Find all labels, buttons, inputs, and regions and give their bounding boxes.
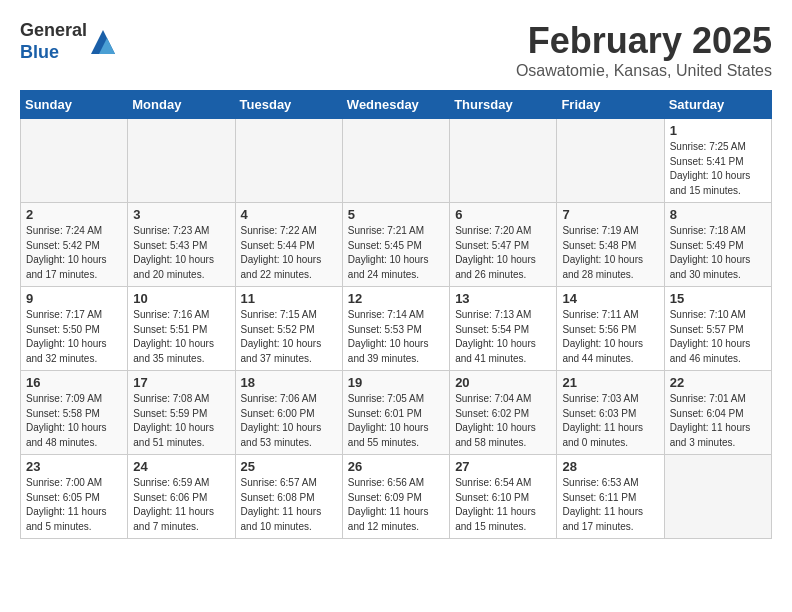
day-info: Sunrise: 7:21 AM Sunset: 5:45 PM Dayligh…: [348, 224, 444, 282]
day-info: Sunrise: 6:54 AM Sunset: 6:10 PM Dayligh…: [455, 476, 551, 534]
calendar-week-4: 23Sunrise: 7:00 AM Sunset: 6:05 PM Dayli…: [21, 455, 772, 539]
logo: General Blue: [20, 20, 119, 63]
day-info: Sunrise: 7:25 AM Sunset: 5:41 PM Dayligh…: [670, 140, 766, 198]
day-info: Sunrise: 7:05 AM Sunset: 6:01 PM Dayligh…: [348, 392, 444, 450]
day-number: 18: [241, 375, 337, 390]
page-header: General Blue February 2025 Osawatomie, K…: [20, 20, 772, 80]
calendar-day: 23Sunrise: 7:00 AM Sunset: 6:05 PM Dayli…: [21, 455, 128, 539]
calendar-table: Sunday Monday Tuesday Wednesday Thursday…: [20, 90, 772, 539]
day-number: 16: [26, 375, 122, 390]
calendar-day: [128, 119, 235, 203]
calendar-day: [557, 119, 664, 203]
day-number: 3: [133, 207, 229, 222]
day-info: Sunrise: 7:20 AM Sunset: 5:47 PM Dayligh…: [455, 224, 551, 282]
col-wednesday: Wednesday: [342, 91, 449, 119]
col-monday: Monday: [128, 91, 235, 119]
day-info: Sunrise: 7:14 AM Sunset: 5:53 PM Dayligh…: [348, 308, 444, 366]
calendar-week-3: 16Sunrise: 7:09 AM Sunset: 5:58 PM Dayli…: [21, 371, 772, 455]
day-number: 20: [455, 375, 551, 390]
day-info: Sunrise: 6:53 AM Sunset: 6:11 PM Dayligh…: [562, 476, 658, 534]
day-info: Sunrise: 7:13 AM Sunset: 5:54 PM Dayligh…: [455, 308, 551, 366]
day-number: 2: [26, 207, 122, 222]
calendar-day: 2Sunrise: 7:24 AM Sunset: 5:42 PM Daylig…: [21, 203, 128, 287]
col-friday: Friday: [557, 91, 664, 119]
day-info: Sunrise: 7:08 AM Sunset: 5:59 PM Dayligh…: [133, 392, 229, 450]
calendar-day: 20Sunrise: 7:04 AM Sunset: 6:02 PM Dayli…: [450, 371, 557, 455]
calendar-day: [664, 455, 771, 539]
calendar-day: 15Sunrise: 7:10 AM Sunset: 5:57 PM Dayli…: [664, 287, 771, 371]
day-number: 5: [348, 207, 444, 222]
calendar-day: 8Sunrise: 7:18 AM Sunset: 5:49 PM Daylig…: [664, 203, 771, 287]
calendar-day: 14Sunrise: 7:11 AM Sunset: 5:56 PM Dayli…: [557, 287, 664, 371]
calendar-day: [235, 119, 342, 203]
calendar-day: 12Sunrise: 7:14 AM Sunset: 5:53 PM Dayli…: [342, 287, 449, 371]
col-saturday: Saturday: [664, 91, 771, 119]
calendar-day: 1Sunrise: 7:25 AM Sunset: 5:41 PM Daylig…: [664, 119, 771, 203]
day-info: Sunrise: 7:01 AM Sunset: 6:04 PM Dayligh…: [670, 392, 766, 450]
calendar-title: February 2025: [516, 20, 772, 62]
logo-blue: Blue: [20, 42, 59, 62]
col-tuesday: Tuesday: [235, 91, 342, 119]
day-number: 24: [133, 459, 229, 474]
day-info: Sunrise: 7:22 AM Sunset: 5:44 PM Dayligh…: [241, 224, 337, 282]
header-row: Sunday Monday Tuesday Wednesday Thursday…: [21, 91, 772, 119]
calendar-day: 21Sunrise: 7:03 AM Sunset: 6:03 PM Dayli…: [557, 371, 664, 455]
day-number: 4: [241, 207, 337, 222]
calendar-week-2: 9Sunrise: 7:17 AM Sunset: 5:50 PM Daylig…: [21, 287, 772, 371]
day-info: Sunrise: 7:23 AM Sunset: 5:43 PM Dayligh…: [133, 224, 229, 282]
day-number: 1: [670, 123, 766, 138]
day-info: Sunrise: 7:11 AM Sunset: 5:56 PM Dayligh…: [562, 308, 658, 366]
day-info: Sunrise: 7:16 AM Sunset: 5:51 PM Dayligh…: [133, 308, 229, 366]
day-number: 23: [26, 459, 122, 474]
calendar-day: 16Sunrise: 7:09 AM Sunset: 5:58 PM Dayli…: [21, 371, 128, 455]
day-number: 12: [348, 291, 444, 306]
day-info: Sunrise: 7:03 AM Sunset: 6:03 PM Dayligh…: [562, 392, 658, 450]
day-info: Sunrise: 7:17 AM Sunset: 5:50 PM Dayligh…: [26, 308, 122, 366]
logo-text: General Blue: [20, 20, 87, 63]
calendar-week-0: 1Sunrise: 7:25 AM Sunset: 5:41 PM Daylig…: [21, 119, 772, 203]
day-number: 13: [455, 291, 551, 306]
calendar-day: [21, 119, 128, 203]
calendar-day: 9Sunrise: 7:17 AM Sunset: 5:50 PM Daylig…: [21, 287, 128, 371]
day-info: Sunrise: 7:04 AM Sunset: 6:02 PM Dayligh…: [455, 392, 551, 450]
day-number: 6: [455, 207, 551, 222]
calendar-day: 17Sunrise: 7:08 AM Sunset: 5:59 PM Dayli…: [128, 371, 235, 455]
day-info: Sunrise: 7:00 AM Sunset: 6:05 PM Dayligh…: [26, 476, 122, 534]
calendar-day: 10Sunrise: 7:16 AM Sunset: 5:51 PM Dayli…: [128, 287, 235, 371]
calendar-day: 5Sunrise: 7:21 AM Sunset: 5:45 PM Daylig…: [342, 203, 449, 287]
calendar-day: 6Sunrise: 7:20 AM Sunset: 5:47 PM Daylig…: [450, 203, 557, 287]
day-info: Sunrise: 7:18 AM Sunset: 5:49 PM Dayligh…: [670, 224, 766, 282]
day-number: 28: [562, 459, 658, 474]
day-number: 15: [670, 291, 766, 306]
day-info: Sunrise: 7:10 AM Sunset: 5:57 PM Dayligh…: [670, 308, 766, 366]
day-number: 14: [562, 291, 658, 306]
calendar-day: 18Sunrise: 7:06 AM Sunset: 6:00 PM Dayli…: [235, 371, 342, 455]
day-number: 22: [670, 375, 766, 390]
calendar-day: [342, 119, 449, 203]
day-number: 26: [348, 459, 444, 474]
calendar-day: 22Sunrise: 7:01 AM Sunset: 6:04 PM Dayli…: [664, 371, 771, 455]
title-block: February 2025 Osawatomie, Kansas, United…: [516, 20, 772, 80]
day-number: 21: [562, 375, 658, 390]
calendar-day: 24Sunrise: 6:59 AM Sunset: 6:06 PM Dayli…: [128, 455, 235, 539]
calendar-day: 13Sunrise: 7:13 AM Sunset: 5:54 PM Dayli…: [450, 287, 557, 371]
col-thursday: Thursday: [450, 91, 557, 119]
calendar-day: [450, 119, 557, 203]
day-info: Sunrise: 6:56 AM Sunset: 6:09 PM Dayligh…: [348, 476, 444, 534]
day-number: 8: [670, 207, 766, 222]
logo-general: General: [20, 20, 87, 40]
day-number: 11: [241, 291, 337, 306]
calendar-day: 27Sunrise: 6:54 AM Sunset: 6:10 PM Dayli…: [450, 455, 557, 539]
day-number: 27: [455, 459, 551, 474]
calendar-day: 19Sunrise: 7:05 AM Sunset: 6:01 PM Dayli…: [342, 371, 449, 455]
calendar-week-1: 2Sunrise: 7:24 AM Sunset: 5:42 PM Daylig…: [21, 203, 772, 287]
logo-icon: [89, 28, 117, 56]
day-info: Sunrise: 7:09 AM Sunset: 5:58 PM Dayligh…: [26, 392, 122, 450]
calendar-day: 28Sunrise: 6:53 AM Sunset: 6:11 PM Dayli…: [557, 455, 664, 539]
day-number: 10: [133, 291, 229, 306]
day-info: Sunrise: 7:19 AM Sunset: 5:48 PM Dayligh…: [562, 224, 658, 282]
calendar-day: 4Sunrise: 7:22 AM Sunset: 5:44 PM Daylig…: [235, 203, 342, 287]
calendar-subtitle: Osawatomie, Kansas, United States: [516, 62, 772, 80]
day-info: Sunrise: 6:57 AM Sunset: 6:08 PM Dayligh…: [241, 476, 337, 534]
calendar-day: 3Sunrise: 7:23 AM Sunset: 5:43 PM Daylig…: [128, 203, 235, 287]
